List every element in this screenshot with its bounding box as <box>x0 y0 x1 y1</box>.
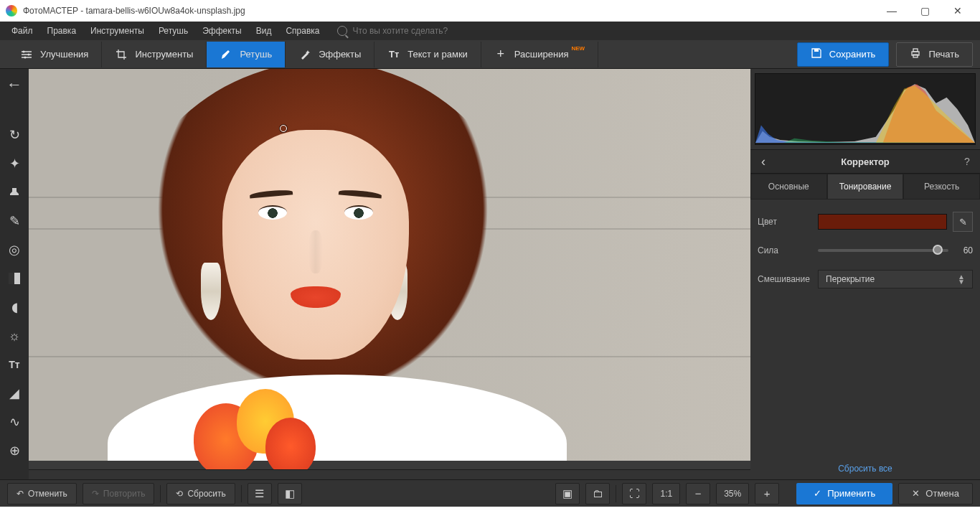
histogram[interactable] <box>755 73 976 145</box>
bucket-icon[interactable]: ◢ <box>6 385 23 402</box>
maximize-button[interactable]: ▢ <box>908 0 941 22</box>
tab-extensions[interactable]: +РасширенияNEW <box>481 42 598 67</box>
subtab-toning[interactable]: Тонирование <box>827 174 904 200</box>
workspace: ← ↻ ✦ ✎ ◎ ◖ ☼ Tт ◢ ∿ ⊕ <box>0 69 980 479</box>
canvas-area <box>29 69 750 479</box>
app-icon <box>6 5 17 17</box>
blend-select[interactable]: Перекрытие ▲▼ <box>818 270 973 288</box>
svg-rect-5 <box>913 49 918 52</box>
sun-icon[interactable]: ☼ <box>6 327 23 344</box>
menu-tools[interactable]: Инструменты <box>83 22 151 40</box>
redo-button[interactable]: ↷Повторить <box>83 483 155 504</box>
strength-value[interactable]: 60 <box>948 245 973 255</box>
menu-edit[interactable]: Правка <box>40 22 84 40</box>
subtab-sharpness[interactable]: Резкость <box>903 174 980 200</box>
tab-retouch[interactable]: Ретушь <box>207 42 286 67</box>
reset-button[interactable]: ⟲Сбросить <box>166 483 235 504</box>
canvas[interactable] <box>29 69 750 469</box>
close-button[interactable]: ✕ <box>941 0 974 22</box>
history-button[interactable]: ☰ <box>248 483 272 504</box>
plus-icon: + <box>494 48 507 61</box>
blend-label: Смешивание <box>758 274 818 284</box>
compare-button[interactable]: ◧ <box>278 483 302 504</box>
text-tool-icon[interactable]: Tт <box>6 356 23 373</box>
check-icon: ✓ <box>814 488 821 499</box>
svg-point-1 <box>28 53 30 55</box>
title-text: ФотоМАСТЕР - tamara-bellis-w6IOUw8a4ok-u… <box>23 6 875 16</box>
redo-icon: ↷ <box>92 489 99 499</box>
undo-button[interactable]: ↶Отменить <box>7 483 77 504</box>
menu-help[interactable]: Справка <box>278 22 326 40</box>
undo-icon: ↶ <box>17 489 24 499</box>
menu-file[interactable]: Файл <box>4 22 40 40</box>
svg-rect-3 <box>814 49 819 52</box>
menu-view[interactable]: Вид <box>249 22 279 40</box>
apply-button[interactable]: ✓Применить <box>796 483 892 504</box>
heal-icon[interactable]: ✦ <box>6 155 23 172</box>
print-icon <box>910 47 921 61</box>
stamp-icon[interactable] <box>6 184 23 201</box>
titlebar: ФотоМАСТЕР - tamara-bellis-w6IOUw8a4ok-u… <box>0 0 980 22</box>
back-arrow-tool[interactable]: ← <box>6 76 23 93</box>
left-toolstrip: ← ↻ ✦ ✎ ◎ ◖ ☼ Tт ◢ ∿ ⊕ <box>0 69 29 479</box>
zoom-out-button[interactable]: − <box>686 483 710 504</box>
svg-rect-6 <box>913 55 918 57</box>
color-label: Цвет <box>758 217 818 227</box>
text-icon: Tт <box>387 48 400 61</box>
vignette-icon[interactable]: ◖ <box>6 299 23 316</box>
reset-icon: ⟲ <box>176 489 183 499</box>
menu-retouch[interactable]: Ретушь <box>151 22 195 40</box>
zoom-value[interactable]: 35% <box>716 483 749 504</box>
menubar: Файл Правка Инструменты Ретушь Эффекты В… <box>0 22 980 40</box>
tab-instruments[interactable]: Инструменты <box>102 42 207 67</box>
rotate-icon[interactable]: ↻ <box>6 126 23 144</box>
zoom-in-button[interactable]: + <box>755 483 779 504</box>
panel-back-button[interactable]: ‹ <box>750 154 776 169</box>
brush-icon <box>220 48 232 61</box>
curve-icon[interactable]: ∿ <box>6 413 23 431</box>
right-panel: ‹ Корректор ? Основные Тонирование Резко… <box>750 69 980 479</box>
footer: ↶Отменить ↷Повторить ⟲Сбросить ☰ ◧ ▣ 🗀 ⛶… <box>0 479 980 507</box>
save-button[interactable]: Сохранить <box>797 42 890 67</box>
cancel-button[interactable]: ✕Отмена <box>898 483 973 504</box>
pen-icon[interactable]: ✎ <box>6 212 23 230</box>
tab-text[interactable]: TтТекст и рамки <box>374 42 481 67</box>
ratio-button[interactable]: 1:1 <box>652 483 680 504</box>
strength-slider[interactable] <box>818 249 948 252</box>
panel-header: ‹ Корректор ? <box>750 149 980 174</box>
photo-content <box>29 69 750 461</box>
eyedropper-button[interactable]: ✎ <box>953 212 973 232</box>
controls: Цвет ✎ Сила 60 Смешивание Перекрытие ▲▼ <box>750 200 980 306</box>
tab-effects[interactable]: Эффекты <box>286 42 374 67</box>
save-icon <box>811 47 822 61</box>
minimize-button[interactable]: — <box>875 0 908 22</box>
sub-tabs: Основные Тонирование Резкость <box>750 174 980 200</box>
target-icon[interactable]: ◎ <box>6 241 23 258</box>
brush-cursor <box>280 125 287 132</box>
menu-effects[interactable]: Эффекты <box>195 22 249 40</box>
main-toolbar: Улучшения Инструменты Ретушь Эффекты TтТ… <box>0 40 980 69</box>
print-button[interactable]: Печать <box>896 42 973 67</box>
svg-point-2 <box>24 56 27 58</box>
gradient-icon[interactable] <box>6 270 23 287</box>
reset-all-link[interactable]: Сбросить все <box>750 458 980 479</box>
svg-rect-8 <box>9 273 14 284</box>
wand-icon <box>298 48 311 61</box>
sliders-icon <box>20 48 33 61</box>
subtab-basic[interactable]: Основные <box>750 174 827 200</box>
folder-button[interactable]: 🗀 <box>585 483 610 504</box>
search-input[interactable] <box>353 26 496 36</box>
search-icon <box>337 26 347 36</box>
updown-icon: ▲▼ <box>958 274 965 284</box>
panel-title: Корректор <box>776 156 954 167</box>
fit-screen-button[interactable]: ⛶ <box>622 483 646 504</box>
new-badge: NEW <box>571 45 585 52</box>
crop-fit-button[interactable]: ▣ <box>555 483 580 504</box>
panel-help-button[interactable]: ? <box>954 156 980 167</box>
tab-enhance[interactable]: Улучшения <box>7 42 102 67</box>
color-swatch[interactable] <box>818 214 947 230</box>
strength-label: Сила <box>758 245 818 255</box>
crop-icon <box>115 48 128 61</box>
globe-icon[interactable]: ⊕ <box>6 442 23 459</box>
horizontal-scrollbar[interactable] <box>29 469 750 479</box>
